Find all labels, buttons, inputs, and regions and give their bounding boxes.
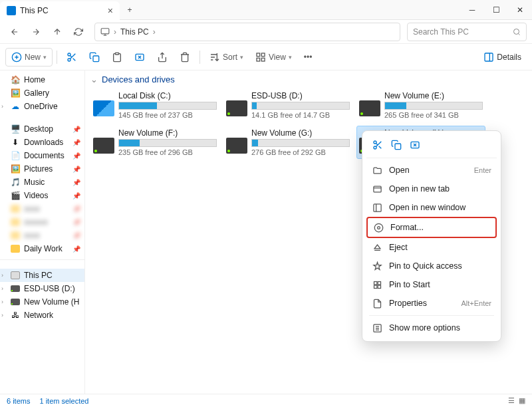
drive-icon	[93, 100, 114, 116]
pin-start-icon	[372, 279, 382, 290]
open-icon	[372, 165, 382, 176]
drive-icon	[359, 100, 380, 116]
drive-item[interactable]: ESD-USB (D:)14.1 GB free of 14.7 GB	[223, 88, 352, 122]
back-button[interactable]	[5, 23, 24, 41]
close-button[interactable]: ✕	[508, 0, 532, 19]
context-properties[interactable]: PropertiesAlt+Enter	[366, 294, 497, 313]
plus-circle-icon	[11, 52, 22, 63]
gallery-icon: 🖼️	[11, 88, 20, 98]
details-pane-button[interactable]: Details	[478, 48, 527, 67]
sidebar-item-desktop[interactable]: 🖥️Desktop📌	[0, 122, 84, 136]
breadcrumb[interactable]: This PC	[120, 27, 149, 37]
drive-free-text: 265 GB free of 341 GB	[384, 111, 483, 119]
tab-this-pc[interactable]: This PC ×	[0, 1, 120, 20]
rename-button[interactable]	[129, 48, 150, 67]
sidebar-item-onedrive[interactable]: ›☁OneDrive	[0, 100, 84, 113]
window-icon	[372, 202, 382, 213]
svg-rect-24	[378, 285, 380, 288]
group-header-devices[interactable]: ⌄ Devices and drives	[90, 74, 527, 84]
context-open-new-tab[interactable]: Open in new tab	[366, 180, 497, 198]
sidebar-item-new-volume-h[interactable]: ›New Volume (H	[0, 295, 84, 309]
up-button[interactable]	[48, 23, 66, 41]
context-open[interactable]: OpenEnter	[366, 161, 497, 180]
sidebar-item-blurred[interactable]: xxxx📌	[0, 202, 84, 215]
chevron-right-icon[interactable]: ›	[1, 312, 3, 319]
pc-icon	[11, 271, 20, 279]
forward-button[interactable]	[27, 23, 45, 41]
new-tab-button[interactable]: +	[120, 0, 140, 19]
sidebar-item-this-pc[interactable]: ›This PC	[0, 269, 84, 282]
svg-point-13	[374, 141, 376, 144]
copy-button[interactable]	[389, 138, 404, 152]
tiles-view-button[interactable]: ▦	[519, 396, 525, 405]
drive-icon	[11, 285, 20, 292]
cut-button[interactable]	[370, 138, 385, 152]
view-button[interactable]: View▾	[250, 48, 297, 67]
maximize-button[interactable]: ☐	[484, 0, 508, 19]
copy-button[interactable]	[84, 48, 105, 67]
more-icon	[372, 323, 382, 333]
svg-point-3	[68, 53, 70, 56]
sidebar-item-music[interactable]: 🎵Music📌	[0, 176, 84, 189]
close-tab-icon[interactable]: ×	[108, 5, 113, 16]
context-pin-start[interactable]: Pin to Start	[366, 275, 497, 294]
search-box[interactable]: Search This PC	[407, 23, 527, 41]
context-menu: OpenEnter Open in new tab Open in new wi…	[362, 130, 501, 342]
address-bar[interactable]: › This PC ›	[94, 23, 400, 41]
drive-item[interactable]: New Volume (G:)276 GB free of 292 GB	[223, 126, 352, 159]
drive-free-text: 14.1 GB free of 14.7 GB	[251, 111, 350, 119]
drive-capacity-bar	[384, 102, 483, 110]
chevron-right-icon[interactable]: ›	[1, 285, 3, 292]
sort-button[interactable]: Sort▾	[204, 48, 249, 67]
properties-icon	[372, 298, 382, 309]
paste-button[interactable]	[106, 48, 128, 67]
drive-name: Local Disk (C:)	[118, 91, 217, 100]
drive-item[interactable]: Local Disk (C:)145 GB free of 237 GB	[90, 88, 219, 122]
delete-button[interactable]	[174, 48, 196, 67]
refresh-button[interactable]	[69, 23, 88, 41]
drive-name: New Volume (F:)	[118, 128, 217, 138]
context-eject[interactable]: Eject	[366, 238, 497, 257]
videos-icon: 🎬	[11, 191, 20, 200]
minimize-button[interactable]: ─	[460, 0, 484, 19]
sidebar-item-home[interactable]: 🏠Home	[0, 73, 84, 86]
context-show-more[interactable]: Show more options	[366, 319, 497, 337]
cut-button[interactable]	[61, 48, 82, 67]
new-button[interactable]: New ▾	[5, 48, 53, 67]
context-format[interactable]: Format...	[366, 217, 497, 238]
sidebar-item-documents[interactable]: 📄Documents📌	[0, 149, 84, 162]
sidebar-item-downloads[interactable]: ⬇Downloads📌	[0, 136, 84, 149]
pin-icon: 📌	[72, 179, 80, 186]
sidebar-item-videos[interactable]: 🎬Videos📌	[0, 189, 84, 202]
sidebar: 🏠Home 🖼️Gallery ›☁OneDrive 🖥️Desktop📌 ⬇D…	[0, 70, 85, 394]
svg-point-14	[374, 146, 376, 149]
sidebar-item-blurred[interactable]: xxxxxx📌	[0, 215, 84, 229]
context-pin-quick-access[interactable]: Pin to Quick access	[366, 257, 497, 275]
svg-rect-5	[93, 56, 99, 62]
sidebar-item-network[interactable]: ›🖧Network	[0, 309, 84, 322]
chevron-right-icon[interactable]: ›	[1, 299, 3, 305]
drive-free-text: 145 GB free of 237 GB	[118, 111, 217, 119]
more-button[interactable]: •••	[299, 48, 318, 67]
share-button[interactable]	[152, 48, 173, 67]
drive-item[interactable]: New Volume (F:)235 GB free of 296 GB	[90, 126, 219, 159]
sidebar-item-daily-work[interactable]: Daily Work📌	[0, 242, 84, 255]
documents-icon: 📄	[11, 151, 20, 160]
tab-label: This PC	[20, 6, 104, 15]
details-view-button[interactable]: ☰	[508, 396, 515, 405]
sidebar-item-esd-usb[interactable]: ›ESD-USB (D:)	[0, 282, 84, 295]
svg-rect-11	[261, 58, 265, 61]
sidebar-item-pictures[interactable]: 🖼️Pictures📌	[0, 162, 84, 176]
chevron-right-icon: ›	[114, 27, 116, 37]
chevron-right-icon[interactable]: ›	[1, 272, 3, 279]
pin-icon: 📌	[72, 245, 80, 253]
rename-button[interactable]	[408, 138, 422, 152]
drive-item[interactable]: New Volume (E:)265 GB free of 341 GB	[356, 88, 485, 122]
chevron-right-icon[interactable]: ›	[1, 103, 3, 110]
context-open-new-window[interactable]: Open in new window	[366, 198, 497, 217]
sidebar-item-gallery[interactable]: 🖼️Gallery	[0, 86, 84, 100]
sidebar-item-blurred[interactable]: xxxx📌	[0, 229, 84, 242]
drive-icon	[226, 138, 247, 154]
svg-rect-23	[374, 285, 376, 288]
svg-point-1	[514, 29, 519, 34]
